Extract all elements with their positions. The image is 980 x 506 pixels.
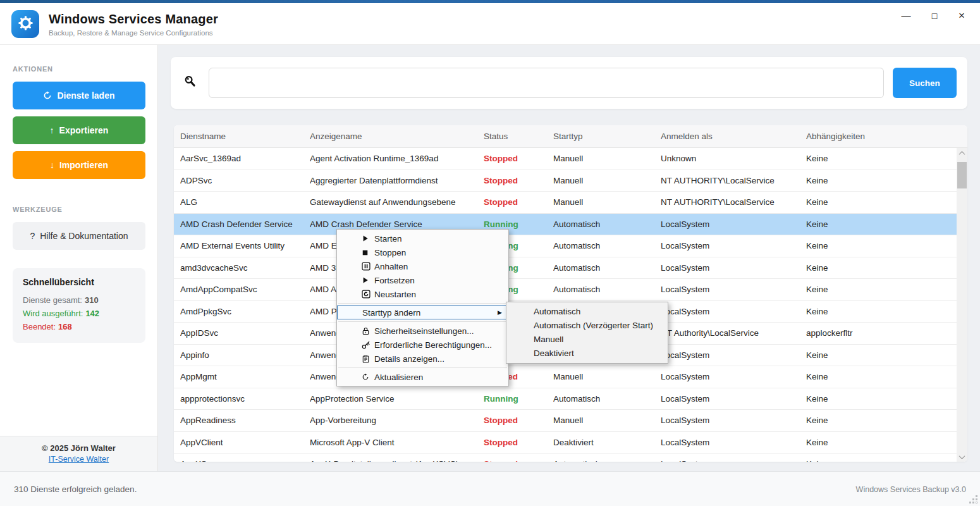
status-cell: Stopped [484, 154, 553, 163]
menu-item-label: Stoppen [374, 248, 406, 257]
service-name-cell: AppVClient [180, 438, 310, 447]
menu-item-label: Sicherheitseinstellungen... [374, 326, 474, 336]
dependencies-cell: Keine [806, 263, 957, 273]
export-label: Exportieren [59, 125, 109, 135]
app-version: Windows Services Backup v3.0 [856, 485, 966, 494]
logon-as-cell: LocalSystem [661, 416, 806, 425]
menu-item-fortsetzen[interactable]: Fortsetzen [337, 273, 508, 287]
menu-item-sicherheitseinstellungen[interactable]: Sicherheitseinstellungen... [337, 324, 508, 338]
table-row-adpsvc[interactable]: ADPSvcAggregierter DatenplattformdienstS… [174, 170, 957, 192]
submenu-item-deaktiviert[interactable]: Deaktiviert [506, 347, 668, 361]
pause-icon [362, 261, 372, 271]
export-button[interactable]: ↑Exportieren [13, 116, 145, 144]
play-icon [362, 233, 372, 244]
starttyp-cell: Manuell [553, 416, 661, 425]
footer-link[interactable]: IT-Service Walter [49, 455, 109, 464]
starttyp-cell: Automatisch [553, 459, 661, 462]
load-services-label: Dienste laden [57, 90, 114, 101]
menu-item-label: Starttyp ändern [362, 308, 420, 318]
starttyp-cell: Deaktiviert [553, 438, 661, 447]
help-button[interactable]: ?Hilfe & Dokumentation [13, 222, 145, 250]
display-name-cell: Agent Activation Runtime_1369ad [310, 154, 484, 163]
submenu-item-manuell[interactable]: Manuell [506, 333, 668, 347]
close-button[interactable]: × [951, 7, 972, 25]
resize-grip-icon[interactable] [976, 502, 977, 503]
menu-item-neustarten[interactable]: Neustarten [337, 287, 508, 301]
table-row-aarsvc-1369ad[interactable]: AarSvc_1369adAgent Activation Runtime_13… [174, 148, 957, 170]
table-row-appxsvc[interactable]: AppXSvcAppX-Bereitstellungsdienst (AppXS… [174, 454, 957, 462]
minimize-button[interactable]: — [895, 7, 917, 25]
logon-as-cell: NT Authority\LocalService [661, 328, 806, 338]
table-row-alg[interactable]: ALGGatewaydienst auf AnwendungsebeneStop… [174, 192, 957, 214]
scrollbar-thumb[interactable] [957, 162, 967, 188]
menu-item-starttyp-ändern[interactable]: Starttyp ändern▶ [337, 305, 508, 319]
menu-item-label: Fortsetzen [374, 276, 415, 285]
dependencies-cell: Keine [806, 350, 957, 360]
import-button[interactable]: ↓Importieren [13, 151, 145, 179]
logon-as-cell: LocalSystem [661, 372, 806, 381]
column-header-abhaengigkeiten[interactable]: Abhängigkeiten [806, 132, 967, 141]
logon-as-cell: LocalSystem [661, 459, 806, 462]
vertical-scrollbar[interactable] [957, 148, 967, 462]
submenu-item-automatisch-verzögerter-start[interactable]: Automatisch (Verzögerter Start) [506, 319, 668, 333]
search-input[interactable] [209, 68, 884, 98]
table-row-amd-external-events-utility[interactable]: AMD External Events UtilityAMD External … [174, 235, 957, 257]
column-header-dienstname[interactable]: Dienstname [180, 132, 310, 141]
app-header: Windows Services Manager Backup, Restore… [0, 3, 980, 45]
display-name-cell: Aggregierter Datenplattformdienst [310, 176, 484, 185]
display-name-cell: Microsoft App-V Client [310, 438, 484, 447]
dependencies-cell: Keine [806, 285, 957, 294]
service-name-cell: AarSvc_1369ad [180, 154, 310, 163]
stop-icon [362, 247, 372, 257]
table-row-amd-crash-defender-service[interactable]: AMD Crash Defender ServiceAMD Crash Defe… [174, 214, 957, 236]
submenu-item-automatisch[interactable]: Automatisch [506, 305, 668, 319]
menu-item-label: Details anzeigen... [374, 354, 444, 364]
load-services-button[interactable]: Dienste laden [13, 82, 145, 109]
logon-as-cell: Unknown [661, 154, 806, 163]
menu-item-details-anzeigen[interactable]: Details anzeigen... [337, 352, 508, 366]
search-card: Suchen [171, 57, 967, 109]
maximize-button[interactable]: □ [924, 7, 945, 25]
status-cell: Running [484, 219, 553, 229]
column-header-starttyp[interactable]: Starttyp [553, 132, 661, 141]
logon-as-cell: LocalSystem [661, 307, 806, 316]
menu-item-stoppen[interactable]: Stoppen [337, 245, 508, 259]
table-row-amdappcompatsvc[interactable]: AmdAppCompatSvcAMD AppCompat ServiceRunn… [174, 279, 957, 301]
menu-item-aktualisieren[interactable]: Aktualisieren [337, 370, 508, 384]
service-name-cell: AppReadiness [180, 416, 310, 425]
table-row-appprotectionsvc[interactable]: appprotectionsvcAppProtection ServiceRun… [174, 388, 957, 410]
dependencies-cell: Keine [806, 241, 957, 250]
section-label-aktionen: AKTIONEN [13, 65, 53, 73]
display-name-cell: Gatewaydienst auf Anwendungsebene [310, 197, 484, 207]
status-cell: Stopped [484, 416, 553, 425]
table-row-appvclient[interactable]: AppVClientMicrosoft App-V ClientStoppedD… [174, 432, 957, 454]
context-menu: StartenStoppenAnhaltenFortsetzenNeustart… [336, 229, 509, 386]
table-row-appmgmt[interactable]: AppMgmtAnwendungsverwaltungStoppedManuel… [174, 366, 957, 388]
play-icon [362, 275, 372, 285]
scroll-down-icon[interactable] [957, 452, 967, 462]
menu-item-anhalten[interactable]: Anhalten [337, 259, 508, 273]
question-icon: ? [30, 222, 35, 250]
menu-item-erforderliche-berechtigungen[interactable]: Erforderliche Berechtigungen... [337, 338, 508, 352]
logon-as-cell: LocalSystem [661, 285, 806, 294]
scroll-up-icon[interactable] [957, 148, 967, 158]
import-label: Importieren [59, 160, 108, 170]
logon-as-cell: NT AUTHORITY\LocalService [661, 197, 806, 207]
column-header-anmelden-als[interactable]: Anmelden als [661, 132, 806, 141]
table-row-amd3dvcachesvc[interactable]: amd3dvcacheSvcAMD 3D V-Cache ServiceRunn… [174, 257, 957, 280]
quick-stopped-value: 168 [58, 322, 72, 331]
restart-icon [362, 289, 372, 299]
display-name-cell: AMD Crash Defender Service [310, 219, 484, 229]
service-name-cell: appprotectionsvc [180, 394, 310, 404]
service-name-cell: AMD External Events Utility [180, 241, 310, 250]
menu-item-starten[interactable]: Starten [337, 231, 508, 245]
table-row-appreadiness[interactable]: AppReadinessApp-VorbereitungStoppedManue… [174, 410, 957, 432]
section-label-werkzeuge: WERKZEUGE [13, 206, 63, 213]
starttyp-cell: Manuell [553, 154, 661, 163]
column-header-anzeigename[interactable]: Anzeigename [310, 132, 484, 141]
search-button[interactable]: Suchen [893, 68, 957, 98]
quick-running-value: 142 [85, 309, 99, 318]
dependencies-cell: Keine [806, 372, 957, 381]
column-header-status[interactable]: Status [484, 132, 553, 141]
search-icon [183, 75, 197, 90]
